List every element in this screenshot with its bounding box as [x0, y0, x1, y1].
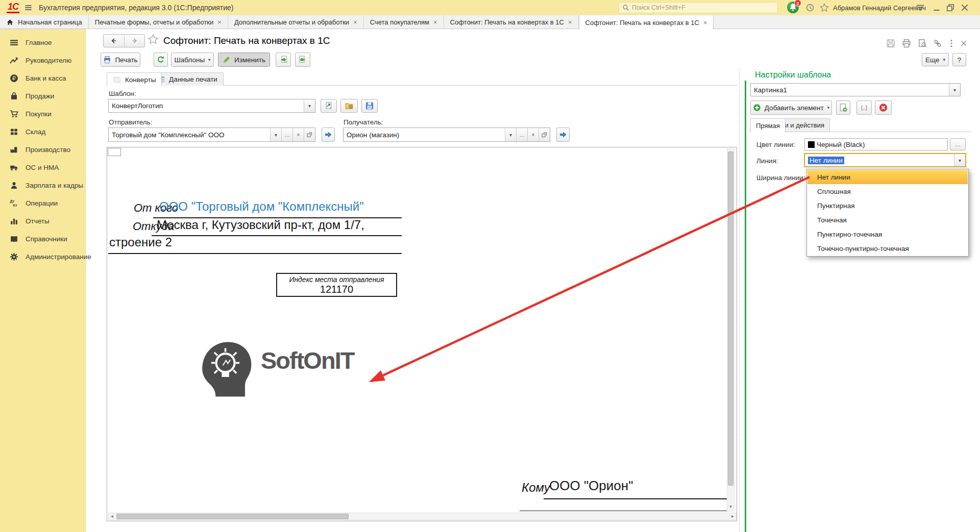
dropdown-option[interactable]: Сплошная [807, 184, 968, 198]
line-style-dropdown-icon[interactable]: ▾ [954, 154, 965, 166]
panel-splitter[interactable] [739, 69, 740, 532]
sender-choose-icon[interactable]: … [281, 128, 292, 141]
recipient-open-icon[interactable] [538, 128, 550, 141]
sidebar-item[interactable]: Покупки [0, 105, 85, 123]
element-dropdown-icon[interactable]: ▾ [949, 84, 960, 96]
line-color-field[interactable]: Черный (Black) [804, 138, 948, 150]
template-settings-button[interactable] [340, 99, 358, 113]
print-button[interactable]: Печать [101, 53, 140, 67]
sender-dropdown-icon[interactable]: ▾ [270, 128, 281, 141]
tab[interactable]: Печатные формы, отчеты и обработки × [89, 15, 228, 29]
dropdown-option[interactable]: Точечная [807, 213, 968, 227]
horizontal-scrollbar[interactable]: ◄ ► [108, 513, 737, 520]
line-style-field[interactable]: Нет линии ▾ [804, 153, 966, 167]
sidebar-item[interactable]: Зарплата и кадры [0, 176, 85, 194]
recipient-apply-button[interactable] [556, 128, 570, 142]
tab[interactable]: Дополнительные отчеты и обработки × [228, 15, 364, 29]
notifications-button[interactable]: 2 [787, 2, 799, 13]
help-button[interactable]: ? [952, 53, 966, 66]
tab[interactable]: Счета покупателям × [364, 15, 444, 29]
load-template-button[interactable] [276, 53, 291, 67]
recipient-dropdown-icon[interactable]: ▾ [505, 128, 516, 141]
scroll-down-icon[interactable]: ▼ [727, 503, 734, 510]
sidebar-item[interactable]: Администрирование [0, 248, 85, 266]
sender-apply-button[interactable] [322, 128, 335, 142]
more-button[interactable]: Еще ▾ [922, 53, 949, 66]
sidebar-item[interactable]: Главное [0, 34, 85, 52]
scroll-left-icon[interactable]: ◄ [109, 513, 115, 520]
add-element-button[interactable]: Добавить элемент ▾ [750, 100, 832, 115]
dropdown-option[interactable]: Точечно-пунктирно-точечная [807, 241, 968, 256]
tab-home[interactable]: Начальная страница [0, 15, 89, 29]
recipient-choose-icon[interactable]: … [516, 128, 527, 141]
form-tab[interactable]: Конверты [107, 72, 162, 86]
tab-close-icon[interactable]: × [703, 19, 707, 26]
template-field[interactable]: КонвертЛоготип ▾ [108, 99, 315, 113]
dropdown-option[interactable]: Пунктирно-точечная [807, 227, 968, 241]
expression-button[interactable]: {..} [856, 100, 872, 115]
edit-button[interactable]: Изменить [218, 53, 270, 67]
sidebar-item[interactable]: Отчеты [0, 212, 85, 230]
scroll-right-icon[interactable]: ► [729, 513, 736, 520]
main-menu-icon[interactable] [24, 4, 33, 11]
scrollbar-thumb[interactable] [116, 514, 349, 519]
tab-close-icon[interactable]: × [568, 19, 572, 26]
sidebar-item[interactable]: ОС и НМА [0, 159, 85, 176]
close-form-icon[interactable] [960, 39, 968, 48]
export-template-button[interactable] [295, 53, 310, 67]
restore-icon[interactable] [946, 3, 955, 12]
sender-open-icon[interactable] [304, 128, 315, 141]
print-icon[interactable] [902, 39, 911, 48]
panel-tab[interactable]: Прямая [750, 118, 786, 132]
favorites-icon[interactable] [820, 3, 829, 12]
tab-close-icon[interactable]: × [353, 19, 357, 26]
user-name[interactable]: Абрамов Геннадий Сергеевич [833, 4, 926, 12]
sidebar-item[interactable]: Продажи [0, 87, 85, 105]
more-actions-icon[interactable] [949, 39, 954, 48]
minimize-icon[interactable] [932, 3, 941, 12]
history-icon[interactable] [805, 3, 815, 12]
tab[interactable]: Софтонит: Печать на конвертах в 1С × [444, 15, 579, 29]
save-icon[interactable] [886, 39, 895, 48]
envelope-preview[interactable]: От кого ООО "Торговый дом "Комплексный" … [107, 147, 737, 521]
print-preview-icon[interactable] [918, 39, 927, 48]
sender-field[interactable]: Торговый дом "Комплексный" ООО ▾ … × [108, 128, 315, 142]
element-selection-box[interactable] [108, 148, 121, 156]
tab[interactable]: Софтонит: Печать на конвертах в 1С × [579, 15, 714, 30]
sidebar-item[interactable]: Справочники [0, 230, 85, 248]
delete-element-button[interactable] [875, 100, 892, 115]
recipient-clear-icon[interactable]: × [527, 128, 538, 141]
sidebar-item[interactable]: Производство [0, 141, 85, 159]
search-input[interactable]: Поиск Ctrl+Shift+F [619, 2, 778, 13]
element-field[interactable]: Картинка1 ▾ [750, 83, 961, 96]
dropdown-option[interactable]: Пунктирная [807, 198, 968, 213]
template-open-button[interactable] [321, 99, 337, 113]
template-save-button[interactable] [361, 99, 378, 113]
sender-clear-icon[interactable]: × [292, 128, 304, 141]
form-tab-label: Данные печати [169, 75, 217, 83]
doc-import-icon [279, 56, 287, 64]
window-close-icon[interactable] [960, 3, 969, 12]
copy-element-button[interactable] [836, 100, 850, 115]
sidebar-item[interactable]: Склад [0, 123, 85, 141]
sidebar-item[interactable]: Руководителю [0, 52, 85, 69]
favorite-star-icon[interactable] [148, 34, 159, 45]
refresh-icon [157, 56, 165, 64]
templates-button[interactable]: Шаблоны ▾ [171, 53, 214, 67]
back-button[interactable] [104, 35, 125, 47]
scrollbar-thumb[interactable] [728, 151, 733, 486]
sidebar-item-label: Главное [26, 39, 52, 46]
line-color-choose-button[interactable]: … [950, 138, 966, 150]
template-dropdown-icon[interactable]: ▾ [304, 99, 315, 112]
vertical-scrollbar[interactable]: ▼ [727, 148, 734, 512]
settings-lines-icon[interactable] [916, 3, 925, 12]
get-link-icon[interactable] [933, 39, 942, 48]
sidebar-item[interactable]: ДтКт Операции [0, 194, 85, 212]
tab-close-icon[interactable]: × [217, 19, 222, 26]
tab-close-icon[interactable]: × [433, 19, 437, 26]
recipient-field[interactable]: Орион (магазин) ▾ … × [343, 128, 550, 142]
sidebar-item[interactable]: ₽ Банк и касса [0, 69, 85, 87]
forward-button[interactable] [125, 35, 145, 47]
dropdown-option[interactable]: Нет линии [807, 170, 968, 184]
refresh-button[interactable] [154, 53, 168, 67]
